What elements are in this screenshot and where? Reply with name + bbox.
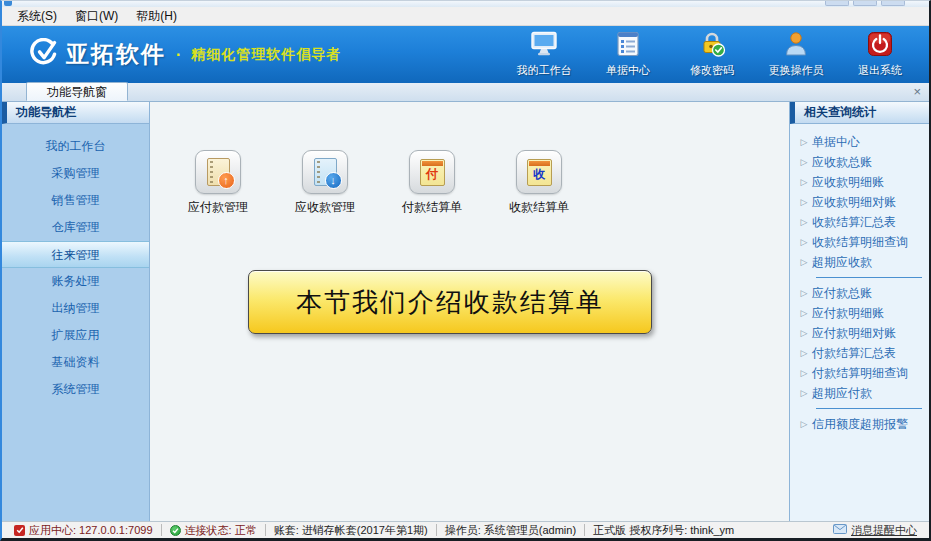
user-icon [783, 31, 809, 61]
sidebar-item-warehouse[interactable]: 仓库管理 [2, 214, 149, 241]
center-panel: ↑ 应付款管理 ↓ 应收款管理 付 [150, 102, 789, 521]
shortcut-row: ↑ 应付款管理 ↓ 应收款管理 付 [180, 150, 789, 216]
toolbar-my-workbench[interactable]: 我的工作台 [515, 31, 573, 78]
main-content: 功能导航栏 我的工作台 采购管理 销售管理 仓库管理 往来管理 账务处理 出纳管… [2, 102, 929, 521]
query-item-payable-reconcile[interactable]: 应付款明细对账 [796, 323, 922, 343]
triangle-bullet-icon [796, 328, 812, 338]
tab-close-icon[interactable]: × [913, 84, 921, 100]
sidebar-item-system[interactable]: 系统管理 [2, 376, 149, 403]
status-license: 正式版 授权序列号: think_ym [585, 524, 742, 537]
status-connection: 连接状态: 正常 [162, 524, 265, 537]
navigation-sidebar: 功能导航栏 我的工作台 采购管理 销售管理 仓库管理 往来管理 账务处理 出纳管… [2, 102, 150, 521]
triangle-bullet-icon [796, 197, 812, 207]
app-center-icon [14, 525, 25, 536]
query-item-receipt-detail-query[interactable]: 收款结算明细查询 [796, 232, 922, 252]
status-bar: 应用中心: 127.0.0.1:7099 连接状态: 正常 账套: 进销存帐套(… [2, 521, 929, 538]
status-account-set: 账套: 进销存帐套(2017年第1期) [266, 524, 436, 537]
lesson-banner: 本节我们介绍收款结算单 [248, 270, 652, 334]
sidebar-item-extensions[interactable]: 扩展应用 [2, 322, 149, 349]
app-window-icon [4, 1, 12, 6]
window-titlebar [2, 1, 929, 7]
right-panel-title: 相关查询统计 [790, 102, 929, 124]
payable-notebook-icon: ↑ [207, 158, 230, 186]
triangle-bullet-icon [796, 217, 812, 227]
brand-name: 亚拓软件 [66, 39, 166, 70]
menu-system[interactable]: 系统(S) [8, 7, 66, 25]
shortcut-label: 应付款管理 [188, 199, 248, 216]
toolbar-exit-system[interactable]: 退出系统 [851, 31, 909, 78]
triangle-bullet-icon [796, 137, 812, 147]
maximize-button[interactable] [853, 1, 877, 6]
toolbar-label: 单据中心 [606, 63, 650, 78]
tab-bar: 功能导航窗 × [2, 83, 929, 102]
query-item-payment-detail-query[interactable]: 付款结算明细查询 [796, 363, 922, 383]
related-query-panel: 相关查询统计 单据中心 应收款总账 应收款明细账 应收款明细对账 收款结算汇总表… [789, 102, 929, 521]
shortcut-receivable-management[interactable]: ↓ 应收款管理 [287, 150, 363, 216]
status-app-center: 应用中心: 127.0.0.1:7099 [6, 524, 161, 537]
query-item-payable-detail[interactable]: 应付款明细账 [796, 303, 922, 323]
document-icon [615, 31, 641, 61]
shortcut-payable-management[interactable]: ↑ 应付款管理 [180, 150, 256, 216]
tab-function-navigation[interactable]: 功能导航窗 [26, 82, 128, 101]
receipt-note-icon: 收 [527, 159, 552, 186]
query-item-receipt-summary[interactable]: 收款结算汇总表 [796, 212, 922, 232]
shortcut-label: 收款结算单 [509, 199, 569, 216]
shortcut-label: 付款结算单 [402, 199, 462, 216]
app-window: 系统(S) 窗口(W) 帮助(H) 亚拓软件 · 精细化管理软件倡导者 [0, 0, 931, 541]
toolbar-document-center[interactable]: 单据中心 [599, 31, 657, 78]
triangle-bullet-icon [796, 388, 812, 398]
menu-help[interactable]: 帮助(H) [127, 7, 186, 25]
sidebar-item-accounting[interactable]: 账务处理 [2, 268, 149, 295]
toolbar-label: 更换操作员 [769, 63, 824, 78]
brand-separator: · [176, 46, 181, 64]
triangle-bullet-icon [796, 368, 812, 378]
sidebar-list: 我的工作台 采购管理 销售管理 仓库管理 往来管理 账务处理 出纳管理 扩展应用… [2, 124, 149, 403]
envelope-icon [833, 524, 847, 536]
right-panel-list: 单据中心 应收款总账 应收款明细账 应收款明细对账 收款结算汇总表 收款结算明细… [790, 124, 929, 444]
menu-window[interactable]: 窗口(W) [66, 7, 127, 25]
toolbar-label: 修改密码 [690, 63, 734, 78]
query-item-payment-summary[interactable]: 付款结算汇总表 [796, 343, 922, 363]
query-item-overdue-receivable[interactable]: 超期应收款 [796, 252, 922, 272]
receivable-notebook-icon: ↓ [314, 158, 337, 186]
close-window-button[interactable] [881, 1, 905, 6]
lesson-banner-text: 本节我们介绍收款结算单 [296, 285, 604, 320]
brand-logo-icon [28, 38, 58, 72]
query-item-overdue-payable[interactable]: 超期应付款 [796, 383, 922, 403]
menu-bar: 系统(S) 窗口(W) 帮助(H) [2, 7, 929, 26]
query-item-receivable-detail[interactable]: 应收款明细账 [796, 172, 922, 192]
triangle-bullet-icon [796, 348, 812, 358]
triangle-bullet-icon [796, 157, 812, 167]
sidebar-item-purchase[interactable]: 采购管理 [2, 160, 149, 187]
triangle-bullet-icon [796, 257, 812, 267]
query-item-credit-alert[interactable]: 信用额度超期报警 [796, 414, 925, 434]
query-item-document-center[interactable]: 单据中心 [796, 132, 922, 152]
sidebar-item-cashier[interactable]: 出纳管理 [2, 295, 149, 322]
query-item-receivable-reconcile[interactable]: 应收款明细对账 [796, 192, 922, 212]
brand: 亚拓软件 · 精细化管理软件倡导者 [28, 38, 341, 72]
query-item-payable-ledger[interactable]: 应付款总账 [796, 283, 922, 303]
payable-query-group: 应付款总账 应付款明细账 应付款明细对账 付款结算汇总表 付款结算明细查询 超期… [816, 283, 922, 409]
sidebar-item-base-data[interactable]: 基础资料 [2, 349, 149, 376]
toolbar-change-password[interactable]: 修改密码 [683, 31, 741, 78]
monitor-icon [530, 31, 558, 61]
message-center-link[interactable]: 消息提醒中心 [825, 524, 925, 537]
sidebar-item-contacts[interactable]: 往来管理 [2, 241, 149, 268]
query-item-receivable-ledger[interactable]: 应收款总账 [796, 152, 922, 172]
shortcut-receipt-settlement[interactable]: 收 收款结算单 [501, 150, 577, 216]
triangle-bullet-icon [796, 288, 812, 298]
toolbar-label: 我的工作台 [517, 63, 572, 78]
shortcut-payment-settlement[interactable]: 付 付款结算单 [394, 150, 470, 216]
sidebar-item-my-workbench[interactable]: 我的工作台 [2, 133, 149, 160]
credit-query-group: 信用额度超期报警 [796, 414, 925, 439]
lock-icon [699, 31, 726, 61]
triangle-bullet-icon [796, 237, 812, 247]
brand-slogan: 精细化管理软件倡导者 [191, 46, 341, 64]
receivable-query-group: 单据中心 应收款总账 应收款明细账 应收款明细对账 收款结算汇总表 收款结算明细… [816, 132, 922, 278]
toolbar-label: 退出系统 [858, 63, 902, 78]
minimize-button[interactable] [825, 1, 849, 6]
sidebar-item-sales[interactable]: 销售管理 [2, 187, 149, 214]
toolbar-switch-operator[interactable]: 更换操作员 [767, 31, 825, 78]
power-icon [867, 31, 893, 61]
shortcut-label: 应收款管理 [295, 199, 355, 216]
